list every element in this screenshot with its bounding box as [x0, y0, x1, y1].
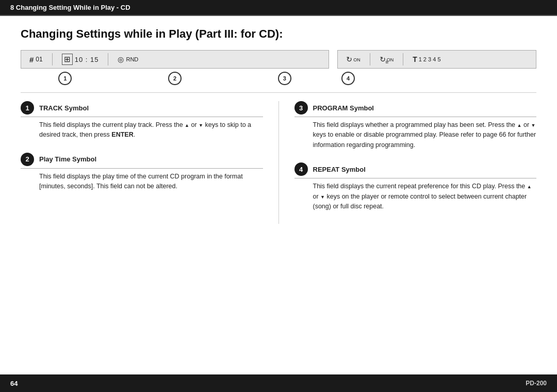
track-numbers: 1 2 3 4 5 [419, 56, 441, 62]
program-icon: ◎ [118, 55, 124, 63]
header-bar: 8 Changing Setting While in Play - CD [0, 0, 557, 16]
circle-1: 1 [58, 72, 72, 85]
track-number: 01 [36, 56, 42, 63]
section-2: 2 Play Time Symbol This field displays t… [21, 153, 263, 192]
panel-separator-3 [370, 53, 370, 66]
track-num-section: T 1 2 3 4 5 [409, 54, 444, 64]
section-4-header: 4 REPEAT Symbol [294, 162, 537, 178]
marker-3: 3 [278, 72, 291, 85]
arrow-down-3 [531, 121, 536, 128]
time-icon: ⊞ [62, 54, 73, 65]
ab-icon: ↺ [380, 55, 386, 63]
left-display-panel: # 01 ⊞ 10 : 15 ◎ RND [21, 50, 329, 69]
divider [21, 92, 536, 93]
footer-model: PD-200 [526, 380, 547, 387]
marker-2: 2 [168, 72, 182, 85]
section-2-title: Play Time Symbol [39, 155, 96, 163]
t-icon: T [413, 55, 417, 63]
marker-1: 1 [58, 72, 72, 85]
rnd-label: RND [126, 56, 138, 62]
left-sections: 1 TRACK Symbol This field displays the c… [21, 101, 279, 224]
time-value: 10 : 15 [75, 56, 99, 63]
display-panels-group: # 01 ⊞ 10 : 15 ◎ RND [21, 50, 536, 85]
panel-separator-4 [403, 53, 403, 66]
track-section: # 01 [26, 54, 46, 65]
right-display-panel: ↺ ON ↺ B ON T 1 2 3 4 5 [337, 50, 536, 69]
section-3-title: PROGRAM Symbol [313, 104, 374, 112]
section-4-number: 4 [294, 162, 308, 176]
right-sections: 3 PROGRAM Symbol This field displays whe… [279, 101, 537, 224]
main-content: Changing Settings while in Play (Part II… [0, 16, 557, 229]
footer-page-number: 64 [10, 380, 18, 387]
program-section: ◎ RND [114, 54, 141, 64]
section-2-header: 2 Play Time Symbol [21, 153, 263, 169]
b-sub: B [386, 60, 388, 64]
right-panel-group: ↺ ON ↺ B ON T 1 2 3 4 5 [337, 50, 536, 85]
repeat-icon: ↺ [346, 55, 352, 63]
section-2-body: This field displays the play time of the… [21, 172, 263, 192]
section-1-number: 1 [21, 101, 34, 115]
track-icon: # [29, 55, 34, 64]
page-title: Changing Settings while in Play (Part II… [21, 27, 536, 41]
panel-separator-1 [52, 53, 53, 66]
left-panel-group: # 01 ⊞ 10 : 15 ◎ RND [21, 50, 329, 85]
circle-2: 2 [168, 72, 182, 85]
section-1-title: TRACK Symbol [39, 104, 89, 112]
arrow-down-1 [199, 121, 203, 128]
lcd-display-left: # 01 ⊞ 10 : 15 ◎ RND [26, 53, 323, 66]
lcd-display-right: ↺ ON ↺ B ON T 1 2 3 4 5 [343, 53, 531, 66]
section-3-number: 3 [294, 101, 308, 115]
circle-3: 3 [278, 72, 291, 85]
circle-4: 4 [341, 72, 355, 85]
time-section: ⊞ 10 : 15 [59, 53, 102, 66]
section-2-number: 2 [21, 153, 34, 166]
section-4-title: REPEAT Symbol [313, 166, 366, 173]
repeat-section: ↺ ON [343, 54, 364, 64]
footer: 64 PD-200 [0, 374, 557, 392]
arrow-down-4 [320, 193, 325, 200]
section-4: 4 REPEAT Symbol This field displays the … [294, 162, 537, 211]
section-3: 3 PROGRAM Symbol This field displays whe… [294, 101, 537, 150]
arrow-up-1 [185, 121, 189, 128]
panel-separator-2 [108, 53, 108, 66]
section-3-body: This field displays whether a programmed… [294, 120, 537, 150]
right-markers-row: 4 [337, 69, 536, 85]
section-3-header: 3 PROGRAM Symbol [294, 101, 537, 117]
section-1: 1 TRACK Symbol This field displays the c… [21, 101, 263, 140]
ab-section: ↺ B ON [376, 54, 397, 64]
section-1-body: This field displays the current play tra… [21, 120, 263, 140]
marker-4: 4 [341, 72, 355, 85]
header-title: 8 Changing Setting While in Play - CD [10, 4, 130, 11]
arrow-up-4 [527, 183, 532, 190]
left-markers-row: 1 2 3 [21, 69, 329, 85]
section-4-body: This field displays the current repeat p… [294, 182, 537, 211]
on-label-1: ON [353, 57, 361, 62]
sections-container: 1 TRACK Symbol This field displays the c… [21, 101, 536, 224]
arrow-up-3 [517, 121, 522, 128]
section-1-header: 1 TRACK Symbol [21, 101, 263, 117]
